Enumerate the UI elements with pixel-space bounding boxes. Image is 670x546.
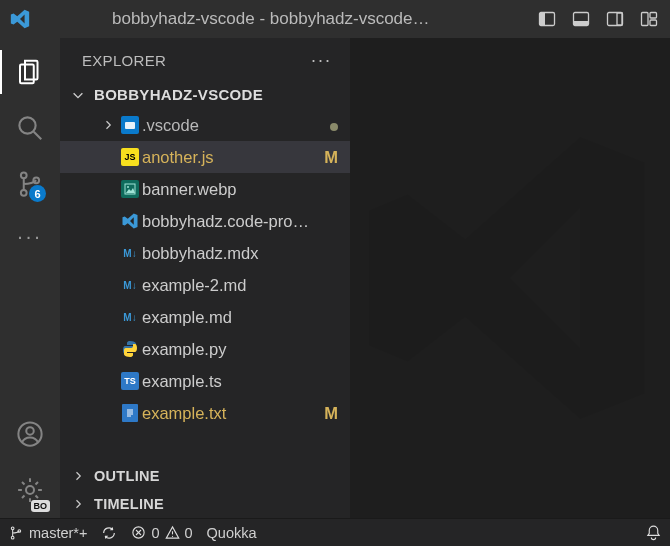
tree-file[interactable]: banner.webp	[60, 173, 350, 205]
svg-rect-3	[574, 21, 588, 25]
activity-bar: 6 ··· BO	[0, 38, 60, 518]
svg-point-9	[19, 117, 35, 133]
tree-file[interactable]: M↓ example-2.md	[60, 269, 350, 301]
file-name: .vscode	[142, 116, 318, 135]
app-icon	[8, 7, 32, 31]
svg-rect-17	[125, 122, 135, 129]
chevron-down-icon	[70, 87, 86, 103]
python-icon	[118, 340, 142, 358]
customize-layout-icon[interactable]	[636, 6, 662, 32]
tree-file[interactable]: JS another.js M	[60, 141, 350, 173]
git-status: M	[318, 404, 338, 423]
svg-rect-8	[650, 20, 657, 26]
svg-point-26	[11, 536, 14, 539]
warning-count: 0	[185, 525, 193, 541]
file-name: another.js	[142, 148, 318, 167]
file-name: example-2.md	[142, 276, 318, 295]
svg-point-32	[171, 536, 172, 537]
sidebar-explorer: EXPLORER ··· BOBBYHADZ-VSCODE .vscode	[60, 38, 350, 518]
activity-settings[interactable]: BO	[0, 462, 60, 518]
outline-label: OUTLINE	[94, 468, 160, 484]
timeline-label: TIMELINE	[94, 496, 164, 512]
tree-file[interactable]: example.py	[60, 333, 350, 365]
text-icon	[118, 404, 142, 422]
svg-point-16	[26, 486, 34, 494]
outline-section[interactable]: OUTLINE	[60, 462, 350, 490]
svg-point-19	[127, 186, 129, 188]
status-notifications-icon[interactable]	[645, 524, 662, 541]
tree-file[interactable]: M↓ bobbyhadz.mdx	[60, 237, 350, 269]
branch-name: master*+	[29, 525, 87, 541]
svg-rect-1	[540, 13, 545, 25]
svg-rect-7	[650, 13, 657, 19]
file-name: example.py	[142, 340, 318, 359]
svg-point-12	[21, 190, 27, 196]
ts-icon: TS	[118, 372, 142, 390]
settings-badge: BO	[31, 500, 51, 512]
vscode-watermark-icon	[350, 38, 670, 518]
file-name: bobbyhadz.mdx	[142, 244, 318, 263]
svg-point-15	[26, 427, 34, 435]
file-name: example.ts	[142, 372, 318, 391]
activity-more[interactable]: ···	[0, 212, 60, 260]
image-icon	[118, 180, 142, 198]
mdx-icon: M↓	[118, 244, 142, 262]
markdown-icon: M↓	[118, 308, 142, 326]
editor-area	[350, 38, 670, 518]
toggle-panel-icon[interactable]	[568, 6, 594, 32]
file-name: bobbyhadz.code-pro…	[142, 212, 318, 231]
tree-file[interactable]: example.txt M	[60, 397, 350, 429]
scm-badge: 6	[29, 185, 46, 202]
svg-point-11	[21, 172, 27, 178]
file-tree: .vscode JS another.js M banner.webp	[60, 109, 350, 429]
file-name: example.txt	[142, 404, 318, 423]
activity-search[interactable]	[0, 100, 60, 156]
markdown-icon: M↓	[118, 276, 142, 294]
js-icon: JS	[118, 148, 142, 166]
tree-file[interactable]: M↓ example.md	[60, 301, 350, 333]
sidebar-title: EXPLORER	[82, 52, 166, 69]
vscode-icon	[118, 212, 142, 230]
status-sync[interactable]	[101, 525, 117, 541]
sidebar-more-icon[interactable]: ···	[311, 50, 332, 71]
layout-controls	[534, 6, 662, 32]
svg-line-10	[34, 132, 42, 140]
status-bar: master*+ 0 0 Quokka	[0, 518, 670, 546]
toggle-secondary-sidebar-icon[interactable]	[602, 6, 628, 32]
svg-rect-6	[642, 13, 649, 26]
status-quokka[interactable]: Quokka	[207, 525, 257, 541]
activity-explorer[interactable]	[0, 44, 60, 100]
folder-icon	[118, 116, 142, 134]
folder-header[interactable]: BOBBYHADZ-VSCODE	[60, 82, 350, 109]
tree-folder[interactable]: .vscode	[60, 109, 350, 141]
chevron-right-icon	[70, 496, 86, 512]
activity-accounts[interactable]	[0, 406, 60, 462]
tree-file[interactable]: TS example.ts	[60, 365, 350, 397]
status-problems[interactable]: 0 0	[131, 525, 192, 541]
main-area: 6 ··· BO EXPLORER ··· BOBBYHADZ-VSCODE	[0, 38, 670, 518]
title-bar: bobbyhadz-vscode - bobbyhadz-vscode…	[0, 0, 670, 38]
chevron-right-icon	[70, 468, 86, 484]
timeline-section[interactable]: TIMELINE	[60, 490, 350, 518]
toggle-primary-sidebar-icon[interactable]	[534, 6, 560, 32]
error-count: 0	[151, 525, 159, 541]
svg-rect-4	[608, 13, 623, 26]
svg-rect-5	[617, 13, 622, 25]
file-name: example.md	[142, 308, 318, 327]
git-status: M	[318, 148, 338, 167]
window-title: bobbyhadz-vscode - bobbyhadz-vscode…	[92, 9, 526, 29]
status-branch[interactable]: master*+	[8, 525, 87, 541]
activity-source-control[interactable]: 6	[0, 156, 60, 212]
chevron-right-icon	[98, 119, 118, 131]
svg-point-25	[11, 527, 14, 530]
status-dot-icon	[330, 123, 338, 131]
tree-file[interactable]: bobbyhadz.code-pro…	[60, 205, 350, 237]
svg-rect-20	[125, 407, 135, 419]
folder-name: BOBBYHADZ-VSCODE	[94, 86, 263, 103]
file-name: banner.webp	[142, 180, 318, 199]
